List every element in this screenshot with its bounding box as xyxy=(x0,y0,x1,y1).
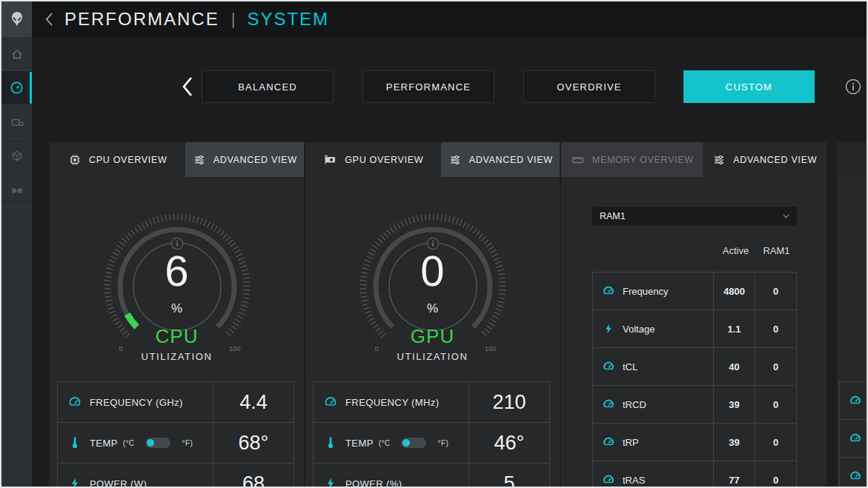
stat-value: 5 xyxy=(468,464,549,488)
stat-value: 68 xyxy=(213,464,294,488)
timing-active-value: 1.1 xyxy=(713,310,755,347)
table-row: Frequency 4800 0 xyxy=(593,273,796,310)
temp-unit-toggle[interactable] xyxy=(145,438,170,448)
stat-value: 68° xyxy=(213,423,294,463)
memory-panel: MEMORY OVERVIEW ADVANCED VIEW RAM1 xyxy=(561,142,826,488)
fahrenheit-label: °F) xyxy=(437,439,448,447)
temp-unit-toggle[interactable] xyxy=(401,438,426,448)
timing-label: tRCD xyxy=(623,399,646,410)
column-header-active: Active xyxy=(715,245,756,256)
profile-button-performance[interactable]: PERFORMANCE xyxy=(362,70,494,103)
timing-ram1-value: 0 xyxy=(755,461,796,488)
speedometer-icon xyxy=(849,395,861,407)
ram-select-dropdown[interactable]: RAM1 xyxy=(592,207,797,226)
speedometer-icon xyxy=(603,285,614,297)
back-chevron-icon[interactable] xyxy=(44,11,54,27)
gpu-utilization-gauge: 0 % GPU UTILIZATION 0 100 xyxy=(351,205,514,368)
tab-label: CPU OVERVIEW xyxy=(89,155,167,165)
sliders-icon xyxy=(712,153,726,167)
tab-gpu-advanced[interactable]: ADVANCED VIEW xyxy=(441,142,560,177)
speedometer-icon xyxy=(603,361,614,372)
sidebar-item-home[interactable] xyxy=(1,37,32,71)
sidebar-item-performance[interactable] xyxy=(1,71,32,105)
sliders-icon xyxy=(193,153,206,167)
timing-ram1-value: 0 xyxy=(755,310,796,347)
tab-memory-overview[interactable]: MEMORY OVERVIEW xyxy=(561,142,703,177)
table-row: FREQUENCY (GHz) 4.4 xyxy=(58,382,294,423)
tab-cpu-advanced[interactable]: ADVANCED VIEW xyxy=(185,142,304,177)
tab-label: ADVANCED VIEW xyxy=(213,155,297,165)
profile-button-balanced[interactable]: BALANCED xyxy=(202,70,334,103)
profile-button-overdrive[interactable]: OVERDRIVE xyxy=(523,70,655,103)
timing-ram1-value: 0 xyxy=(755,424,796,461)
tab-label: ADVANCED VIEW xyxy=(469,155,553,165)
page-title: PERFORMANCE xyxy=(64,9,219,30)
timing-label: Voltage xyxy=(623,324,655,335)
fahrenheit-label: °F) xyxy=(182,439,193,447)
stat-label: TEMP xyxy=(345,438,374,449)
clipped-panel-table: A R V xyxy=(839,381,868,488)
timing-label: Frequency xyxy=(623,286,668,297)
tab-label: ADVANCED VIEW xyxy=(733,155,817,165)
table-row: R xyxy=(840,420,868,458)
speedometer-icon xyxy=(849,470,861,482)
gpu-gauge-min: 0 xyxy=(375,344,379,352)
sidebar-item-library[interactable] xyxy=(1,139,32,173)
table-row: FREQUENCY (MHz) 210 xyxy=(314,382,549,423)
timing-label: tCL xyxy=(623,361,637,372)
timing-active-value: 39 xyxy=(713,386,755,423)
tab-cpu-overview[interactable]: CPU OVERVIEW xyxy=(50,142,185,177)
fx-peripherals-icon xyxy=(10,116,24,129)
clipped-right-panel: A R V xyxy=(837,142,868,488)
cpu-utilization-gauge: 6 % CPU UTILIZATION 0 100 xyxy=(96,205,259,368)
alien-head-icon xyxy=(10,11,24,27)
sidebar xyxy=(1,37,32,487)
memory-tabbar: MEMORY OVERVIEW ADVANCED VIEW xyxy=(561,142,826,177)
timing-label: tRP xyxy=(623,437,639,448)
gpu-gauge-unit: % xyxy=(351,301,514,316)
tab-gpu-overview[interactable]: GPU OVERVIEW xyxy=(305,142,441,177)
ram-icon xyxy=(571,153,585,167)
timing-ram1-value: 0 xyxy=(755,386,796,423)
table-row: POWER (%) 5 xyxy=(314,464,549,488)
sliders-icon xyxy=(448,153,462,167)
tab-label: MEMORY OVERVIEW xyxy=(592,155,694,165)
cpu-panel: CPU OVERVIEW ADVANCED VIEW xyxy=(50,142,304,488)
speedometer-icon xyxy=(603,398,614,410)
cpu-gauge-min: 0 xyxy=(119,344,123,352)
table-row: tRCD 39 0 xyxy=(593,386,796,424)
stat-label: POWER (%) xyxy=(345,478,402,488)
alienware-logo[interactable] xyxy=(1,1,32,37)
timing-active-value: 77 xyxy=(713,461,755,488)
column-header-ram1: RAM1 xyxy=(756,245,797,256)
ram-select-value: RAM1 xyxy=(600,211,626,221)
gpu-gauge-max: 100 xyxy=(485,344,497,352)
thermometer-icon xyxy=(68,436,82,449)
sidebar-item-fx[interactable] xyxy=(1,105,32,139)
table-row: POWER (W) 68 xyxy=(58,464,294,488)
profiles-info-icon[interactable] xyxy=(845,78,861,95)
memory-panel-body: RAM1 Active RAM1 Frequen xyxy=(561,177,826,488)
tab-memory-advanced[interactable]: ADVANCED VIEW xyxy=(703,142,826,177)
speedometer-icon xyxy=(324,395,337,409)
stat-label: FREQUENCY (MHz) xyxy=(345,397,439,408)
cpu-chip-icon xyxy=(68,153,82,167)
stat-value: 4.4 xyxy=(213,382,294,422)
profiles-back-chevron-icon[interactable] xyxy=(181,74,197,99)
gpu-gauge-value: 0 xyxy=(351,250,514,293)
table-row: TEMP (°C °F) 68° xyxy=(58,423,294,464)
timing-ram1-value: 0 xyxy=(755,348,796,385)
home-icon xyxy=(10,47,24,61)
title-bar: PERFORMANCE | SYSTEM xyxy=(1,1,867,37)
speedometer-icon xyxy=(603,474,614,486)
cpu-stats-table: FREQUENCY (GHz) 4.4 TEMP (°C °F) xyxy=(57,381,294,488)
timing-label: tRAS xyxy=(623,475,645,486)
sidebar-item-vr[interactable] xyxy=(1,173,32,207)
clipped-panel-tabbar xyxy=(837,142,868,177)
table-row: tRAS 77 0 xyxy=(593,461,796,488)
memory-table-headers: Active RAM1 xyxy=(592,245,797,258)
tab-label: GPU OVERVIEW xyxy=(345,155,423,165)
profile-button-custom[interactable]: CUSTOM xyxy=(683,70,815,103)
cpu-gauge-unit: % xyxy=(96,301,259,316)
stat-value: 46° xyxy=(468,423,549,463)
